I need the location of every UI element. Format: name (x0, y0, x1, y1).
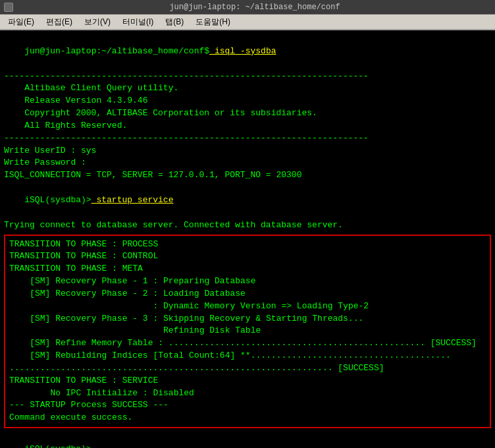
info-line-2: Copyright 2000, ALTIBASE Corporation or … (4, 107, 491, 120)
command-1: isql -sysdba (209, 46, 276, 56)
transition-19: --- STARTUP Process SUCCESS --- (9, 399, 486, 412)
title-bar: jun@jun-laptop: ~/altibase_home/conf (0, 0, 495, 14)
separator-2: ----------------------------------------… (4, 132, 491, 145)
menu-terminal[interactable]: 터미널(I) (117, 15, 159, 29)
menu-bar: 파일(E) 편집(E) 보기(V) 터미널(I) 탭(B) 도움말(H) (0, 14, 495, 30)
transition-16: TRANSITION TO PHASE : SERVICE (9, 375, 486, 387)
window-title: jun@jun-laptop: ~/altibase_home/conf (18, 3, 491, 12)
menu-edit[interactable]: 편집(E) (41, 15, 78, 29)
transition-7: [SM] Recovery Phase - 2 : Loading Databa… (9, 288, 486, 300)
info-line-1: Release Version 4.3.9.46 (4, 95, 491, 107)
transition-12: [SM] Rebuilding Indices [Total Count:64]… (9, 350, 486, 362)
prompt-isql-2: iSQL(sysdba)> (24, 195, 91, 205)
prompt-line-3[interactable]: iSQL(sysdba)> (4, 431, 491, 448)
transition-section: TRANSITION TO PHASE : PROCESS TRANSITION… (4, 235, 491, 429)
menu-file[interactable]: 파일(E) (3, 15, 39, 29)
prompt-user-1: jun@jun-laptop:~/altibase_home/conf$ (24, 46, 209, 56)
transition-2: TRANSITION TO PHASE : CONTROL (9, 250, 486, 263)
transition-13: ........................................… (9, 362, 486, 375)
auth-line-2: ISQL_CONNECTION = TCP, SERVER = 127.0.0.… (4, 169, 491, 182)
transition-11: [SM] Refine Memory Table : .............… (9, 337, 486, 350)
prompt-line-2: iSQL(sysdba)> startup service (4, 182, 491, 219)
menu-view[interactable]: 보기(V) (79, 15, 116, 29)
transition-8: : Dynamic Memory Version => Loading Type… (9, 300, 486, 313)
transition-10: Refining Disk Table (9, 325, 486, 337)
menu-help[interactable]: 도움말(H) (190, 15, 236, 29)
transition-6: [SM] Recovery Phase - 1 : Preparing Data… (9, 275, 486, 288)
menu-tab[interactable]: 탭(B) (160, 15, 189, 29)
prompt-line-1: jun@jun-laptop:~/altibase_home/conf$ isq… (4, 33, 491, 70)
transition-5: TRANSITION TO PHASE : META (9, 263, 486, 275)
auth-line-0: Write UserID : sys (4, 145, 491, 157)
auth-line-1: Write Password : (4, 157, 491, 169)
minimize-button[interactable] (4, 3, 13, 12)
info-line-3: All Rights Reserved. (4, 120, 491, 132)
transition-17: No IPC Initialize : Disabled (9, 387, 486, 400)
terminal[interactable]: jun@jun-laptop:~/altibase_home/conf$ isq… (0, 30, 495, 448)
connect-msg: Trying connect to database server. Conne… (4, 219, 491, 232)
separator-1: ----------------------------------------… (4, 70, 491, 83)
transition-0: TRANSITION TO PHASE : PROCESS (9, 238, 486, 251)
info-line-0: Altibase Client Query utility. (4, 82, 491, 95)
transition-20: Command execute success. (9, 412, 486, 424)
transition-9: [SM] Recovery Phase - 3 : Skipping Recov… (9, 313, 486, 325)
window-controls[interactable] (4, 3, 13, 12)
command-2: startup service (91, 195, 174, 205)
prompt-isql-3: iSQL(sysdba)> (24, 444, 91, 448)
